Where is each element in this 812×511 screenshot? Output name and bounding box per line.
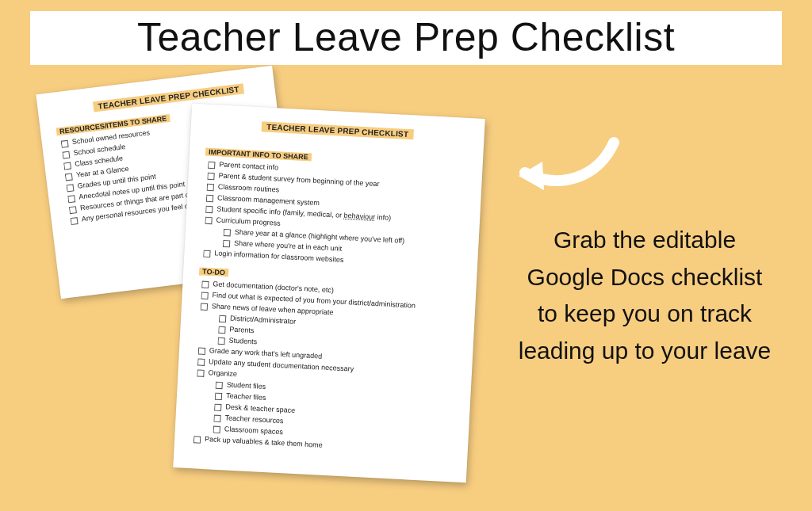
- doc-title: TEACHER LEAVE PREP CHECKLIST: [262, 121, 414, 139]
- checklist-preview: TEACHER LEAVE PREP CHECKLIST RESOURCES/I…: [48, 79, 492, 491]
- checklist-page-front: TEACHER LEAVE PREP CHECKLIST IMPORTANT I…: [173, 104, 485, 483]
- todo-list: Get documentation (doctor's note, etc) F…: [190, 279, 460, 458]
- section-heading: TO-DO: [199, 268, 228, 277]
- important-info-list: Parent contact info Parent & student sur…: [200, 159, 466, 273]
- arrow-icon: [511, 127, 622, 198]
- page-title: Teacher Leave Prep Checklist: [30, 11, 782, 65]
- cta-text: Grab the editable Google Docs checklist …: [514, 222, 776, 369]
